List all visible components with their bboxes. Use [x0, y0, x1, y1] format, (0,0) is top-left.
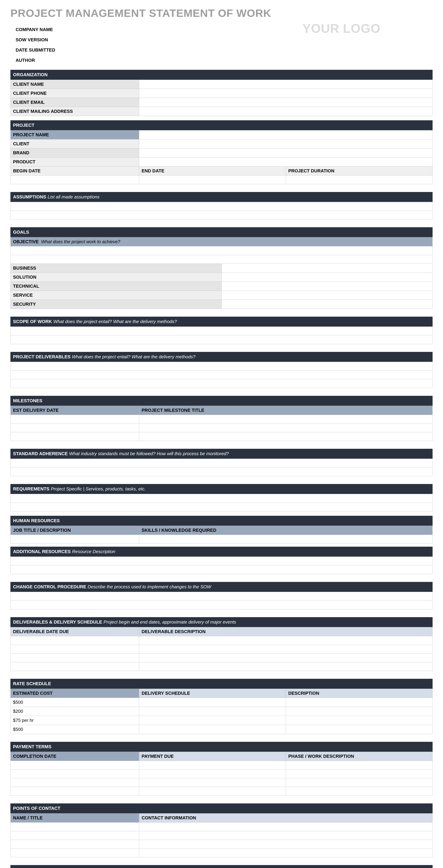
rate-desc-4[interactable]	[286, 725, 433, 734]
org-client-name-input[interactable]	[139, 80, 433, 89]
project-begin-date-input[interactable]	[10, 176, 139, 184]
rate-col-desc: DESCRIPTION	[286, 689, 433, 698]
dds-desc-3[interactable]	[139, 654, 433, 662]
rate-desc-1[interactable]	[286, 698, 433, 707]
goals-technical-label: TECHNICAL	[10, 282, 222, 291]
goals-objective-row-1[interactable]	[10, 246, 433, 255]
pay-due-3[interactable]	[139, 778, 286, 787]
hr-skills-1[interactable]	[139, 535, 433, 544]
organization-header: ORGANIZATION	[10, 70, 433, 80]
rate-cost-4[interactable]: $500	[10, 725, 139, 734]
requirements-row-1[interactable]	[10, 494, 433, 503]
rate-cost-3[interactable]: $75 per hr	[10, 716, 139, 725]
goals-solution-input[interactable]	[222, 273, 433, 282]
goals-security-label: SECURITY	[10, 300, 222, 309]
pay-comp-3[interactable]	[10, 778, 139, 787]
project-duration-input[interactable]	[286, 176, 433, 184]
dds-due-1[interactable]	[10, 636, 139, 645]
rate-cost-2[interactable]: $200	[10, 707, 139, 716]
rate-desc-3[interactable]	[286, 716, 433, 725]
org-client-email-input[interactable]	[139, 98, 433, 107]
meta-company: COMPANY NAME	[16, 25, 55, 35]
poc-name-1[interactable]	[10, 823, 139, 831]
dds-header: DELIVERABLES & DELIVERY SCHEDULEProject …	[10, 617, 433, 627]
pay-due-2[interactable]	[139, 770, 286, 778]
goals-service-input[interactable]	[222, 291, 433, 300]
dds-desc-2[interactable]	[139, 645, 433, 654]
assumptions-row-2[interactable]	[10, 211, 433, 219]
project-client-input[interactable]	[139, 140, 433, 148]
rate-sched-1[interactable]	[139, 698, 286, 707]
org-client-email-label: CLIENT EMAIL	[10, 98, 139, 107]
rate-sched-4[interactable]	[139, 725, 286, 734]
payment-col-phase: PHASE / WORK DESCRIPTION	[286, 752, 433, 761]
project-client-label: CLIENT	[10, 140, 139, 148]
pay-phase-2[interactable]	[286, 770, 433, 778]
project-begin-date-label: BEGIN DATE	[10, 166, 139, 176]
poc-name-3[interactable]	[10, 840, 139, 848]
section-terms: BUSINESS TERMS / CONDITIONS DURATION OF …	[10, 865, 433, 868]
goals-security-input[interactable]	[222, 300, 433, 309]
dds-due-3[interactable]	[10, 654, 139, 662]
goals-objective-row-2[interactable]	[10, 255, 433, 264]
poc-contact-1[interactable]	[139, 823, 433, 831]
project-end-date-input[interactable]	[139, 176, 286, 184]
project-name-input[interactable]	[139, 130, 433, 140]
rate-sched-2[interactable]	[139, 707, 286, 716]
scope-row-2[interactable]	[10, 335, 433, 344]
rate-desc-2[interactable]	[286, 707, 433, 716]
milestone-title-3[interactable]	[139, 432, 433, 441]
goals-business-input[interactable]	[222, 264, 433, 273]
section-standard: STANDARD ADHERENCEWhat industry standard…	[10, 449, 433, 476]
goals-objective-label: OBJECTIVE What does the project work to …	[10, 237, 433, 246]
milestone-date-1[interactable]	[10, 415, 139, 424]
poc-contact-4[interactable]	[139, 848, 433, 857]
project-product-input[interactable]	[139, 157, 433, 166]
org-client-phone-input[interactable]	[139, 89, 433, 98]
pay-comp-1[interactable]	[10, 761, 139, 770]
rate-sched-3[interactable]	[139, 716, 286, 725]
scope-row-1[interactable]	[10, 327, 433, 335]
hr-title-1[interactable]	[10, 535, 139, 544]
goals-solution-label: SOLUTION	[10, 273, 222, 282]
payment-col-due: PAYMENT DUE	[139, 752, 286, 761]
standard-row-1[interactable]	[10, 459, 433, 467]
assumptions-row-1[interactable]	[10, 202, 433, 211]
pay-comp-2[interactable]	[10, 770, 139, 778]
pay-phase-1[interactable]	[286, 761, 433, 770]
project-duration-label: PROJECT DURATION	[286, 166, 433, 176]
deliverables-row-1[interactable]	[10, 362, 433, 371]
milestone-title-2[interactable]	[139, 424, 433, 432]
rate-cost-1[interactable]: $500	[10, 698, 139, 707]
goals-technical-input[interactable]	[222, 282, 433, 291]
addl-row-2[interactable]	[10, 565, 433, 574]
dds-desc-4[interactable]	[139, 662, 433, 671]
requirements-row-2[interactable]	[10, 503, 433, 512]
pay-comp-4[interactable]	[10, 787, 139, 796]
change-row-2[interactable]	[10, 601, 433, 609]
rate-col-schedule: DELIVERY SCHEDULE	[139, 689, 286, 698]
section-human-resources: HUMAN RESOURCES JOB TITLE / DESCRIPTION …	[10, 516, 433, 544]
addl-row-1[interactable]	[10, 557, 433, 565]
project-brand-input[interactable]	[139, 148, 433, 157]
milestone-title-1[interactable]	[139, 415, 433, 424]
pay-due-4[interactable]	[139, 787, 286, 796]
dds-due-4[interactable]	[10, 662, 139, 671]
dds-desc-1[interactable]	[139, 636, 433, 645]
deliverables-row-2[interactable]	[10, 371, 433, 379]
dds-due-2[interactable]	[10, 645, 139, 654]
pay-phase-4[interactable]	[286, 787, 433, 796]
milestone-date-2[interactable]	[10, 424, 139, 432]
milestone-date-3[interactable]	[10, 432, 139, 441]
poc-name-4[interactable]	[10, 848, 139, 857]
change-row-1[interactable]	[10, 592, 433, 601]
pay-due-1[interactable]	[139, 761, 286, 770]
poc-contact-3[interactable]	[139, 840, 433, 848]
pay-phase-3[interactable]	[286, 778, 433, 787]
project-header: PROJECT	[10, 120, 433, 130]
poc-name-2[interactable]	[10, 831, 139, 840]
org-client-mailing-input[interactable]	[139, 107, 433, 116]
deliverables-row-3[interactable]	[10, 379, 433, 388]
poc-contact-2[interactable]	[139, 831, 433, 840]
standard-row-2[interactable]	[10, 467, 433, 476]
